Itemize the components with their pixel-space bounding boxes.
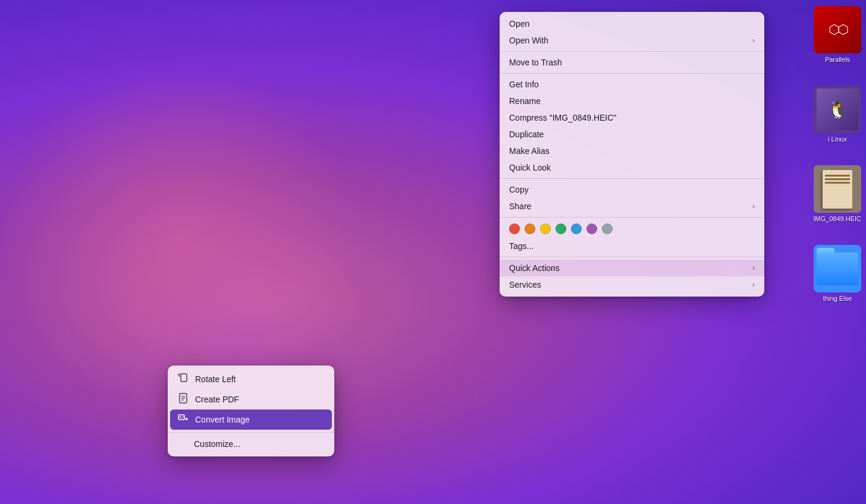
separator-2 <box>500 73 764 74</box>
menu-quick-actions-label: Quick Actions <box>509 263 752 273</box>
menu-share[interactable]: Share › <box>500 198 764 215</box>
tags-row <box>500 220 764 238</box>
menu-share-label: Share <box>509 201 752 211</box>
create-pdf-icon <box>177 393 189 406</box>
menu-open-label: Open <box>509 19 755 29</box>
open-with-chevron: › <box>752 36 755 45</box>
tag-blue[interactable] <box>571 223 582 234</box>
menu-make-alias[interactable]: Make Alias <box>500 143 764 159</box>
submenu-customize-label: Customize... <box>177 439 240 449</box>
sidebar-item-img[interactable]: IMG_0849.HEIC <box>813 165 861 222</box>
rotate-left-icon <box>177 373 189 386</box>
tag-gray[interactable] <box>602 223 613 234</box>
tag-green[interactable] <box>556 223 566 234</box>
quick-actions-chevron: › <box>752 264 755 272</box>
tag-purple[interactable] <box>586 223 597 234</box>
convert-image-icon <box>177 413 189 426</box>
menu-open-with[interactable]: Open With › <box>500 32 764 49</box>
submenu-convert-image-label: Convert Image <box>195 415 250 424</box>
tag-red[interactable] <box>509 223 520 234</box>
services-chevron: › <box>752 281 755 289</box>
menu-move-trash[interactable]: Move to Trash <box>500 54 764 71</box>
separator-4 <box>500 217 764 218</box>
menu-quick-look-label: Quick Look <box>509 163 755 172</box>
menu-open[interactable]: Open <box>500 15 764 32</box>
separator-3 <box>500 178 764 179</box>
menu-get-info-label: Get Info <box>509 80 755 89</box>
sidebar-item-parallels[interactable]: Parallels <box>814 6 861 63</box>
submenu-rotate-left[interactable]: Rotate Left <box>168 369 334 389</box>
submenu-customize[interactable]: Customize... <box>168 435 334 453</box>
menu-rename[interactable]: Rename <box>500 93 764 109</box>
sidebar: Parallels 🐧 i Linux IMG_0849.HEIC thing … <box>765 0 866 504</box>
tag-yellow[interactable] <box>540 223 551 234</box>
menu-tags-label: Tags... <box>509 241 755 251</box>
menu-quick-actions[interactable]: Quick Actions › <box>500 260 764 276</box>
menu-compress[interactable]: Compress "IMG_0849.HEIC" <box>500 109 764 126</box>
menu-services[interactable]: Services › <box>500 276 764 293</box>
submenu-rotate-left-label: Rotate Left <box>195 374 236 384</box>
menu-copy-label: Copy <box>509 185 755 194</box>
desktop: Parallels 🐧 i Linux IMG_0849.HEIC thing … <box>0 0 866 504</box>
separator-1 <box>500 51 764 52</box>
sidebar-item-linux[interactable]: 🐧 i Linux <box>814 86 861 143</box>
linux-icon: 🐧 <box>814 86 861 133</box>
submenu-convert-image[interactable]: Convert Image <box>170 410 332 430</box>
share-chevron: › <box>752 202 755 210</box>
folder-label: thing Else <box>823 295 852 302</box>
parallels-icon <box>814 6 861 53</box>
menu-services-label: Services <box>509 280 752 289</box>
menu-compress-label: Compress "IMG_0849.HEIC" <box>509 113 755 122</box>
menu-rename-label: Rename <box>509 96 755 106</box>
tag-orange[interactable] <box>525 223 535 234</box>
menu-make-alias-label: Make Alias <box>509 146 755 156</box>
menu-duplicate-label: Duplicate <box>509 130 755 139</box>
submenu-create-pdf[interactable]: Create PDF <box>168 389 334 410</box>
context-menu: Open Open With › Move to Trash Get Info … <box>500 12 764 297</box>
linux-label: i Linux <box>828 136 847 143</box>
menu-open-with-label: Open With <box>509 36 752 45</box>
submenu-create-pdf-label: Create PDF <box>195 395 239 404</box>
separator-5 <box>500 257 764 257</box>
menu-get-info[interactable]: Get Info <box>500 76 764 93</box>
svg-rect-0 <box>181 374 187 382</box>
sub-menu-quick-actions: Rotate Left Create PDF <box>168 366 334 456</box>
menu-move-trash-label: Move to Trash <box>509 58 755 67</box>
svg-rect-2 <box>178 415 184 420</box>
img-icon <box>814 165 861 213</box>
menu-tags[interactable]: Tags... <box>500 238 764 254</box>
folder-icon <box>814 245 861 292</box>
menu-duplicate[interactable]: Duplicate <box>500 126 764 143</box>
menu-quick-look[interactable]: Quick Look <box>500 159 764 176</box>
parallels-label: Parallels <box>825 56 850 63</box>
menu-copy[interactable]: Copy <box>500 181 764 198</box>
submenu-separator <box>168 432 334 433</box>
sidebar-item-folder[interactable]: thing Else <box>814 245 861 302</box>
img-label: IMG_0849.HEIC <box>813 215 861 222</box>
